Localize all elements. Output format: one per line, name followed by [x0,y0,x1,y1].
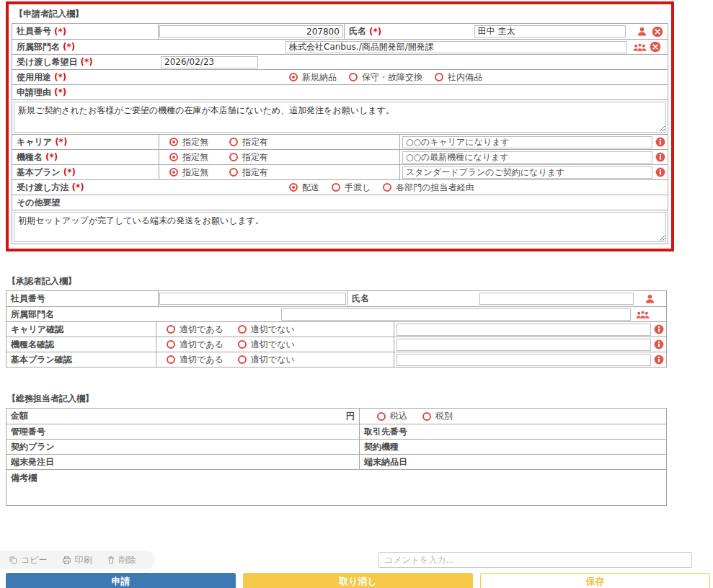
order-date-cell[interactable]: 端末発注日 [6,455,359,469]
radio-carrier-check-ok[interactable]: 適切である [167,324,223,336]
radio-label: 適切でない [251,339,295,351]
contract-model-cell[interactable]: 契約機種 [359,440,666,454]
print-label: 印刷 [75,554,92,566]
carrier-label-cell: キャリア (*) [12,135,159,149]
model-check-input[interactable] [397,339,651,351]
info-icon[interactable] [655,137,665,147]
radio-delivery-via-staff[interactable]: 各部門の担当者経由 [383,182,474,194]
carrier-check-radio-group: 適切である 適切でない [156,322,394,337]
model-note-input[interactable] [402,151,652,164]
contract-plan-cell[interactable]: 契約プラン [6,440,359,454]
radio-icon [332,183,340,192]
info-icon[interactable] [654,339,664,349]
radio-model-specified[interactable]: 指定有 [229,151,268,164]
radio-model-none[interactable]: 指定無 [169,151,208,164]
radio-carrier-none[interactable]: 指定無 [169,136,208,148]
approver-department-input[interactable] [281,308,631,321]
radio-plan-check-ng[interactable]: 適切でない [238,354,295,366]
group-icon[interactable] [636,309,650,320]
copy-button[interactable]: コピー [9,554,48,566]
radio-icon [229,153,238,161]
desired-date-input-cell [160,55,259,69]
approver-name-icons-cell [634,291,666,306]
radio-label: 適切でない [251,324,295,336]
info-icon[interactable] [654,355,664,365]
radio-plan-none[interactable]: 指定無 [169,166,208,179]
comment-input[interactable] [378,552,692,568]
radio-model-check-ng[interactable]: 適切でない [238,339,295,351]
radio-icon [377,412,386,421]
row-department: 所属部門名 (*) [12,39,668,54]
model-check-label-cell: 機種名確認 [6,337,156,352]
apply-button[interactable]: 申請 [6,573,236,588]
model-note-cell [399,150,668,164]
radio-carrier-check-ng[interactable]: 適切でない [238,324,295,336]
row-dates: 端末発注日 端末納品日 [6,454,666,469]
radio-tax-excluded[interactable]: 税別 [422,410,453,422]
mgmt-no-cell[interactable]: 管理番号 [6,424,359,439]
name-input[interactable] [474,25,626,37]
amount-label-cell: 金額 円 [6,409,359,424]
delivery-date-cell[interactable]: 端末納品日 [359,455,666,469]
person-icon[interactable] [637,26,647,37]
remarks-cell[interactable]: 備考欄 [6,470,666,505]
carrier-check-label: キャリア確認 [11,324,63,336]
radio-icon [435,73,443,81]
general-affairs-table: 金額 円 税込 税別 管理番号 [6,408,667,506]
radio-tax-included[interactable]: 税込 [377,410,407,422]
radio-usage-new[interactable]: 新規納品 [289,71,337,84]
group-icon[interactable] [633,42,647,53]
other-textarea[interactable]: 初期セットアップが完了している端末の発送をお願いします。 [14,212,666,242]
radio-delivery-ship[interactable]: 配送 [289,182,319,194]
client-no-label: 取引先番号 [364,426,407,438]
radio-usage-internal[interactable]: 社内備品 [435,71,482,84]
radio-label: 適切でない [251,354,295,366]
carrier-check-input[interactable] [397,324,651,336]
footer: コピー 印刷 削除 申請 取り消し 保存 作業者を選択 [0,551,713,588]
usage-radio-group: 新規納品 保守・故障交換 社内備品 [285,70,668,84]
radio-model-check-ok[interactable]: 適切である [167,339,223,351]
clear-icon[interactable] [652,26,663,37]
radio-label: 手渡し [345,182,371,194]
info-icon[interactable] [654,324,664,334]
mgmt-no-label: 管理番号 [11,426,45,438]
radio-usage-repair[interactable]: 保守・故障交換 [349,71,422,84]
plan-check-label-cell: 基本プラン確認 [6,352,156,367]
contract-plan-label: 契約プラン [11,441,55,453]
info-icon[interactable] [655,167,665,177]
radio-selected-icon [169,168,178,177]
approver-name-input[interactable] [479,293,634,305]
plan-radio-group: 指定無 指定有 [159,165,399,179]
clear-icon[interactable] [650,41,661,53]
required-mark: (*) [63,167,76,177]
usage-label: 使用用途 [17,71,51,84]
department-input[interactable] [285,41,626,53]
general-affairs-section: 【総務担当者記入欄】 金額 円 税込 税別 [6,391,667,506]
reason-textarea[interactable]: 新規ご契約されたお客様がご要望の機種の在庫が本店舗にないため、追加発注をお願いし… [14,102,666,133]
radio-label: 指定有 [242,136,268,148]
carrier-radio-group: 指定無 指定有 [159,135,399,149]
plan-note-input[interactable] [402,166,652,179]
desired-date-input[interactable] [161,56,258,68]
approver-employee-no-input[interactable] [159,293,346,305]
row-model: 機種名 (*) 指定無 指定有 [12,149,668,164]
employee-no-input[interactable] [159,25,343,37]
approver-section-title: 【承認者記入欄】 [6,273,667,290]
print-button[interactable]: 印刷 [62,554,92,566]
name-label: 氏名 [349,25,366,37]
delivery-label: 受け渡し方法 [17,182,69,194]
plan-check-input[interactable] [397,354,651,366]
radio-delivery-hand[interactable]: 手渡し [332,182,371,194]
cancel-button[interactable]: 取り消し [243,573,473,588]
save-button[interactable]: 保存 [480,573,710,588]
radio-label: 各部門の担当者経由 [396,182,474,194]
radio-plan-check-ok[interactable]: 適切である [167,354,223,366]
client-no-cell[interactable]: 取引先番号 [359,424,666,439]
radio-label: 適切である [180,324,223,336]
person-icon[interactable] [645,293,655,304]
info-icon[interactable] [655,152,665,162]
radio-plan-specified[interactable]: 指定有 [229,166,268,179]
radio-carrier-specified[interactable]: 指定有 [229,136,268,148]
delete-button[interactable]: 削除 [107,554,136,566]
carrier-note-input[interactable] [402,136,652,148]
